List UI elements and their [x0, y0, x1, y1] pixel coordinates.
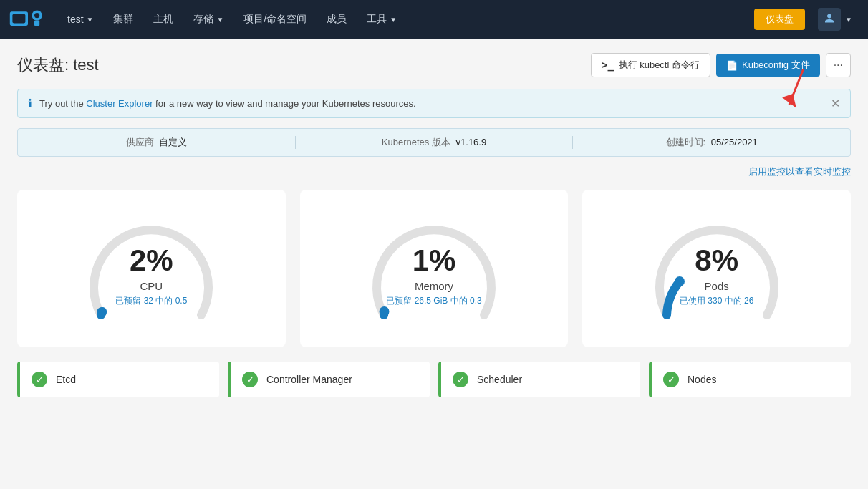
navbar: test ▼ 集群 主机 存储 ▼ 项目/命名空间 成员 工具 ▼ 仪表盘 ▼: [0, 0, 868, 39]
page-title: 仪表盘: test: [17, 54, 591, 76]
memory-gauge-card: 1% Memory 已预留 26.5 GiB 中的 0.3: [300, 190, 569, 347]
check-icon-nodes: ✓: [663, 372, 679, 387]
memory-gauge: 1% Memory 已预留 26.5 GiB 中的 0.3: [362, 204, 506, 333]
gauges-row: 2% CPU 已预留 32 中的 0.5 1% Me: [17, 190, 851, 347]
chevron-down-icon: ▼: [87, 16, 94, 24]
status-name-nodes: Nodes: [688, 374, 716, 385]
cpu-label: CPU: [140, 280, 163, 292]
logo[interactable]: [9, 5, 52, 34]
check-icon-controller-manager: ✓: [242, 372, 258, 387]
nav-env-selector[interactable]: test ▼: [57, 0, 103, 39]
memory-sublabel: 已预留 26.5 GiB 中的 0.3: [386, 295, 481, 307]
user-menu[interactable]: ▼: [811, 8, 859, 31]
terminal-icon: >_: [602, 59, 614, 72]
cpu-gauge: 2% CPU 已预留 32 中的 0.5: [79, 204, 223, 333]
pods-gauge-card: 8% Pods 已使用 330 中的 26: [582, 190, 851, 347]
nav-item-tools[interactable]: 工具 ▼: [357, 0, 407, 39]
cpu-gauge-card: 2% CPU 已预留 32 中的 0.5: [17, 190, 286, 347]
pods-gauge: 8% Pods 已使用 330 中的 26: [645, 204, 789, 333]
page-header: 仪表盘: test >_ 执行 kubectl 命令行 📄 Kubeconfig…: [17, 53, 851, 77]
cluster-meta-row: 供应商 自定义 Kubernetes 版本 v1.16.9 创建时间: 05/2…: [17, 128, 851, 157]
meta-created: 创建时间: 05/25/2021: [572, 136, 850, 149]
nav-item-project[interactable]: 项目/命名空间: [233, 0, 317, 39]
document-icon: 📄: [726, 60, 738, 71]
status-card-controller-manager: ✓ Controller Manager: [228, 362, 430, 397]
monitor-link-row: 启用监控以查看实时监控: [17, 165, 851, 178]
info-icon: ℹ: [28, 97, 32, 110]
info-banner: ℹ Try out the Cluster Explorer for a new…: [17, 89, 851, 118]
user-icon: [818, 8, 841, 31]
cpu-sublabel: 已预留 32 中的 0.5: [115, 295, 187, 307]
cluster-explorer-link[interactable]: Cluster Explorer: [86, 98, 153, 109]
meta-provider: 供应商 自定义: [18, 136, 295, 149]
memory-label: Memory: [415, 280, 453, 292]
nav-item-host[interactable]: 主机: [143, 0, 183, 39]
chevron-down-icon: ▼: [845, 16, 852, 24]
pods-sublabel: 已使用 330 中的 26: [680, 295, 753, 307]
nav-item-members[interactable]: 成员: [317, 0, 357, 39]
svg-point-3: [34, 13, 39, 18]
chevron-down-icon: ▼: [216, 16, 223, 24]
status-card-etcd: ✓ Etcd: [17, 362, 219, 397]
status-card-scheduler: ✓ Scheduler: [438, 362, 640, 397]
close-banner-button[interactable]: ✕: [831, 97, 840, 110]
nav-item-cluster[interactable]: 集群: [103, 0, 143, 39]
memory-percent: 1%: [413, 243, 456, 277]
status-name-scheduler: Scheduler: [477, 374, 522, 385]
status-name-controller-manager: Controller Manager: [266, 374, 352, 385]
svg-point-7: [97, 307, 107, 317]
banner-text: Try out the Cluster Explorer for a new w…: [39, 98, 416, 109]
svg-marker-6: [782, 94, 796, 108]
pods-label: Pods: [705, 280, 729, 292]
status-card-nodes: ✓ Nodes: [649, 362, 851, 397]
enable-monitor-link[interactable]: 启用监控以查看实时监控: [748, 166, 851, 177]
check-icon-scheduler: ✓: [453, 372, 468, 387]
dashboard-button[interactable]: 仪表盘: [754, 9, 805, 30]
kubectl-button[interactable]: >_ 执行 kubectl 命令行: [591, 53, 710, 77]
status-row: ✓ Etcd ✓ Controller Manager ✓ Scheduler …: [17, 362, 851, 397]
nav-item-storage[interactable]: 存储 ▼: [183, 0, 233, 39]
meta-version: Kubernetes 版本 v1.16.9: [295, 136, 573, 149]
svg-point-8: [380, 306, 390, 316]
chevron-down-icon: ▼: [390, 16, 397, 24]
check-icon-etcd: ✓: [32, 372, 47, 387]
page-content: 仪表盘: test >_ 执行 kubectl 命令行 📄 Kubeconfig…: [0, 39, 868, 412]
cpu-percent: 2%: [130, 243, 173, 277]
svg-rect-4: [34, 21, 39, 26]
more-button[interactable]: ···: [826, 53, 851, 77]
svg-rect-1: [12, 14, 25, 24]
status-name-etcd: Etcd: [56, 374, 76, 385]
pods-percent: 8%: [695, 243, 738, 277]
